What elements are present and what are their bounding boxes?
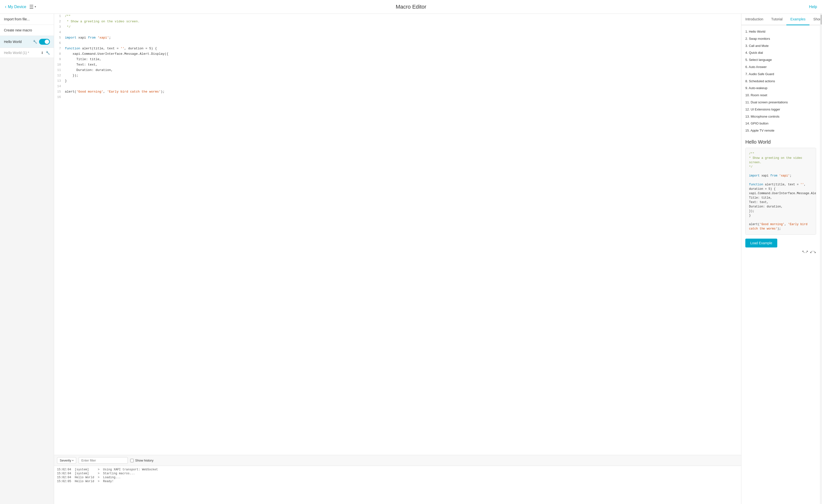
right-panel: Introduction Tutorial Examples Shortcuts… [741, 14, 820, 504]
ex-line-8: xapi.Command.UserInterface.Message.Alert… [749, 191, 812, 196]
line-content-14 [64, 84, 741, 89]
tab-introduction[interactable]: Introduction [741, 14, 767, 25]
line-content-8: xapi.Command.UserInterface.Message.Alert… [64, 52, 741, 57]
hamburger-arrow: ▾ [35, 5, 36, 8]
example-item-2[interactable]: 2. Swap monitors [745, 35, 816, 42]
line-content-9: Title: title, [64, 57, 741, 62]
ex-line-5: import xapi from 'xapi'; [749, 174, 812, 178]
example-item-6[interactable]: 6. Auto Answer [745, 64, 816, 71]
expand-icon-topleft[interactable]: ↖↗ [802, 249, 808, 254]
line-num-2: 2 [54, 19, 64, 25]
line-content-3: */ [64, 25, 741, 30]
ex-line-3: */ [749, 165, 812, 169]
log-panel: Severity ▾ Show history 15:02:04 [system… [54, 455, 741, 504]
log-entry-3: 15:02:04 Hello World > Loading... [57, 476, 738, 479]
example-item-9[interactable]: 9. Auto-wakeup [745, 85, 816, 92]
top-nav: ‹ My Device ☰ ▾ Macro Editor Help [0, 0, 822, 14]
example-item-3[interactable]: 3. Call and Mute [745, 42, 816, 50]
wrench-icon-2[interactable]: 🔧 [46, 51, 50, 55]
code-line-2: 2 * Show a greeting on the video screen. [54, 19, 741, 25]
center-panel: 1 /** 2 * Show a greeting on the video s… [54, 14, 741, 504]
tab-tutorial[interactable]: Tutorial [767, 14, 786, 25]
log-entry-1: 15:02:04 [system] > Using XAPI transport… [57, 468, 738, 471]
line-content-6 [64, 41, 741, 46]
code-line-1: 1 /** [54, 14, 741, 19]
line-num-11: 11 [54, 68, 64, 73]
ex-line-7: function alert(title, text = '', duratio… [749, 182, 812, 191]
help-button[interactable]: Help [809, 5, 817, 9]
left-sidebar: Import from file... Create new macro Hel… [0, 14, 54, 504]
tab-examples[interactable]: Examples [786, 14, 809, 25]
line-num-5: 5 [54, 35, 64, 41]
example-item-5[interactable]: 5. Select language [745, 56, 816, 64]
ex-line-14 [749, 218, 812, 222]
example-item-1[interactable]: 1. Hello World [745, 28, 816, 35]
example-item-8[interactable]: 8. Scheduled actions [745, 78, 816, 85]
code-line-16: 16 [54, 95, 741, 100]
download-icon[interactable]: ⬇ [41, 51, 44, 55]
right-content: 1. Hello World 2. Swap monitors 3. Call … [741, 25, 820, 504]
code-line-6: 6 [54, 41, 741, 46]
example-item-15[interactable]: 15. Apple TV remote [745, 127, 816, 134]
severity-button[interactable]: Severity ▾ [57, 457, 76, 464]
line-num-10: 10 [54, 62, 64, 68]
ex-line-1: /** [749, 151, 812, 156]
line-num-6: 6 [54, 41, 64, 46]
import-from-file[interactable]: Import from file... [0, 14, 54, 25]
macro-hello-world[interactable]: Hello World 🔧 [0, 36, 54, 48]
macro-toggle[interactable] [39, 39, 50, 45]
back-label: My Device [8, 5, 26, 9]
line-content-15: alert('Good morning', 'Early bird catch … [64, 89, 741, 95]
line-num-13: 13 [54, 79, 64, 84]
show-history-text: Show history [135, 459, 153, 462]
line-num-8: 8 [54, 52, 64, 57]
example-item-11[interactable]: 11. Dual screen presentations [745, 99, 816, 106]
tab-shortcuts[interactable]: Shortcuts [809, 14, 820, 25]
hamburger-button[interactable]: ☰ ▾ [29, 4, 36, 10]
example-item-10[interactable]: 10. Room reset [745, 92, 816, 99]
example-item-13[interactable]: 13. Microphone controls [745, 113, 816, 120]
main-layout: Import from file... Create new macro Hel… [0, 14, 822, 504]
right-scrollbar[interactable] [820, 14, 822, 504]
example-item-7[interactable]: 7. Audio Safe Guard [745, 71, 816, 78]
macro-hello-world-1[interactable]: Hello World (1) * ⬇ 🔧 [0, 48, 54, 58]
code-line-13: 13 } [54, 79, 741, 84]
log-entry-4: 15:02:05 Hello World > Ready! [57, 480, 738, 483]
ex-line-15: alert('Good morning', 'Early bird catch … [749, 222, 812, 231]
line-num-16: 16 [54, 95, 64, 100]
example-item-4[interactable]: 4. Quick dial [745, 49, 816, 56]
code-line-7: 7 function alert(title, text = '', durat… [54, 46, 741, 52]
example-item-12[interactable]: 12. UI Extensions logger [745, 106, 816, 113]
ex-line-13: } [749, 213, 812, 218]
line-content-10: Text: text, [64, 62, 741, 68]
line-content-16 [64, 95, 741, 100]
right-scrollbar-thumb[interactable] [821, 15, 822, 25]
nav-left: ‹ My Device ☰ ▾ [5, 4, 36, 10]
load-example-button[interactable]: Load Example [745, 239, 777, 247]
line-content-4 [64, 30, 741, 35]
code-line-9: 9 Title: title, [54, 57, 741, 62]
back-link[interactable]: ‹ My Device [5, 4, 26, 9]
code-line-8: 8 xapi.Command.UserInterface.Message.Ale… [54, 52, 741, 57]
ex-line-2: * Show a greeting on the video screen. [749, 156, 812, 165]
line-num-12: 12 [54, 73, 64, 79]
severity-label: Severity [60, 459, 71, 462]
code-line-12: 12 }); [54, 73, 741, 79]
show-history-checkbox[interactable] [130, 459, 134, 462]
line-content-7: function alert(title, text = '', duratio… [64, 46, 741, 52]
filter-input[interactable] [79, 457, 128, 464]
log-toolbar: Severity ▾ Show history [54, 455, 741, 466]
line-num-7: 7 [54, 46, 64, 52]
show-history-label[interactable]: Show history [130, 459, 153, 462]
wrench-icon[interactable]: 🔧 [33, 40, 37, 44]
line-num-3: 3 [54, 25, 64, 30]
line-content-13: } [64, 79, 741, 84]
line-num-14: 14 [54, 84, 64, 89]
code-editor[interactable]: 1 /** 2 * Show a greeting on the video s… [54, 14, 741, 455]
code-line-15: 15 alert('Good morning', 'Early bird cat… [54, 89, 741, 95]
ex-line-11: Duration: duration, [749, 204, 812, 209]
nav-right: Help [809, 5, 817, 9]
create-new-macro[interactable]: Create new macro [0, 25, 54, 36]
example-item-14[interactable]: 14. GPIO button [745, 120, 816, 127]
expand-icon-bottomright[interactable]: ↙↘ [810, 249, 816, 254]
